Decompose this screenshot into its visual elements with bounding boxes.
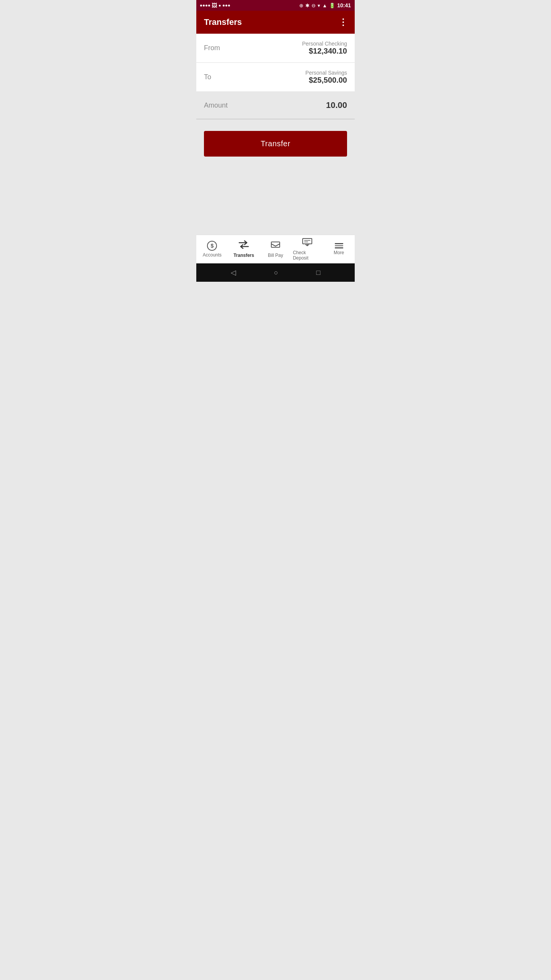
signal-bars-icon: ▲ bbox=[322, 3, 327, 8]
from-account-info: Personal Checking $12,340.10 bbox=[302, 41, 347, 56]
billpay-icon bbox=[271, 240, 280, 251]
wifi-icon: ▾ bbox=[318, 3, 320, 8]
content-area: Transfer bbox=[196, 119, 355, 235]
time-display: 10:41 bbox=[337, 2, 351, 8]
nav-item-accounts[interactable]: $ Accounts bbox=[196, 235, 228, 263]
page-title: Transfers bbox=[204, 17, 242, 27]
to-account-name: Personal Savings bbox=[305, 70, 347, 76]
bluetooth-icon: ✱ bbox=[305, 3, 310, 8]
to-account-balance: $25,500.00 bbox=[305, 76, 347, 85]
sync-icon: ⊕ bbox=[299, 3, 303, 8]
transfers-icon bbox=[238, 240, 249, 251]
svg-rect-3 bbox=[303, 238, 312, 244]
dollar-circle-icon: $ bbox=[207, 241, 217, 251]
circle-icon: ● bbox=[218, 3, 221, 8]
battery-icon: 🔋 bbox=[329, 3, 335, 8]
nav-item-checkdeposit[interactable]: Check Deposit bbox=[291, 235, 323, 263]
from-label: From bbox=[204, 44, 220, 52]
image-icon: 🖼 bbox=[212, 2, 217, 8]
overflow-dot-1 bbox=[342, 18, 344, 20]
status-bar: 🖼 ● ⊕ ✱ ⊖ ▾ ▲ 🔋 10:41 bbox=[196, 0, 355, 11]
back-button[interactable]: ◁ bbox=[231, 268, 236, 277]
checkdeposit-nav-label: Check Deposit bbox=[293, 250, 321, 261]
from-account-name: Personal Checking bbox=[302, 41, 347, 47]
overflow-dot-3 bbox=[342, 24, 344, 26]
dots-icon bbox=[223, 5, 230, 7]
app-bar: Transfers bbox=[196, 11, 355, 34]
from-account-balance: $12,340.10 bbox=[302, 47, 347, 56]
overflow-dot-2 bbox=[342, 21, 344, 23]
to-label: To bbox=[204, 73, 211, 81]
more-nav-label: More bbox=[334, 250, 344, 255]
nav-item-more[interactable]: More bbox=[323, 235, 355, 263]
checkdeposit-icon bbox=[302, 238, 313, 248]
overflow-menu-button[interactable] bbox=[339, 15, 347, 29]
signal-icon bbox=[200, 5, 210, 7]
nav-item-transfers[interactable]: Transfers bbox=[228, 235, 260, 263]
more-icon bbox=[335, 243, 343, 248]
android-nav-bar: ◁ ○ □ bbox=[196, 263, 355, 282]
form-container: From Personal Checking $12,340.10 To Per… bbox=[196, 34, 355, 92]
amount-value: 10.00 bbox=[326, 100, 347, 110]
minus-circle-icon: ⊖ bbox=[311, 3, 316, 8]
bottom-nav: $ Accounts Transfers Bill Pay bbox=[196, 235, 355, 263]
billpay-nav-label: Bill Pay bbox=[268, 253, 283, 258]
amount-row[interactable]: Amount 10.00 bbox=[196, 92, 355, 119]
accounts-icon: $ bbox=[207, 241, 217, 251]
nav-item-billpay[interactable]: Bill Pay bbox=[260, 235, 292, 263]
transfers-nav-label: Transfers bbox=[233, 253, 254, 258]
status-right-icons: ⊕ ✱ ⊖ ▾ ▲ 🔋 10:41 bbox=[299, 2, 351, 8]
to-row[interactable]: To Personal Savings $25,500.00 bbox=[196, 63, 355, 92]
transfer-button[interactable]: Transfer bbox=[204, 131, 347, 157]
accounts-nav-label: Accounts bbox=[203, 252, 222, 258]
recents-button[interactable]: □ bbox=[316, 269, 320, 277]
to-account-info: Personal Savings $25,500.00 bbox=[305, 70, 347, 85]
status-left-icons: 🖼 ● bbox=[200, 2, 230, 8]
from-row[interactable]: From Personal Checking $12,340.10 bbox=[196, 34, 355, 63]
home-button[interactable]: ○ bbox=[274, 269, 278, 277]
amount-label: Amount bbox=[204, 101, 228, 109]
